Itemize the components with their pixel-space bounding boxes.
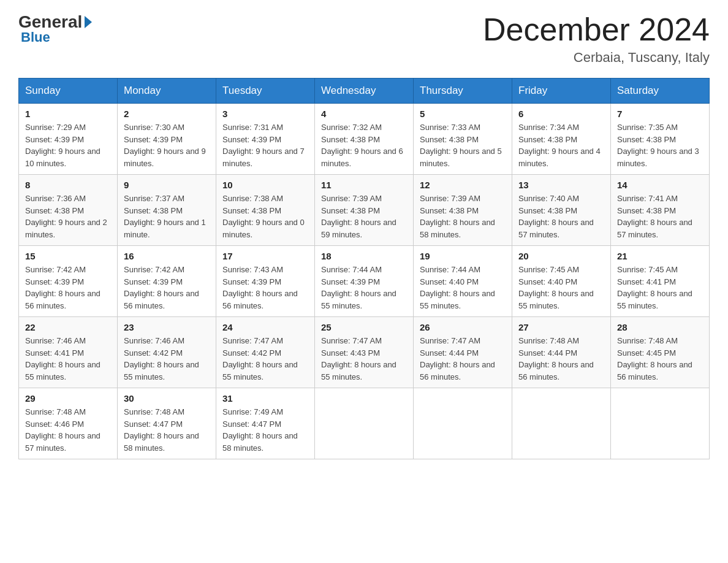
day-info: Sunrise: 7:42 AMSunset: 4:39 PMDaylight:… xyxy=(25,264,111,312)
calendar-cell: 7Sunrise: 7:35 AMSunset: 4:38 PMDaylight… xyxy=(611,104,710,175)
day-info: Sunrise: 7:36 AMSunset: 4:38 PMDaylight:… xyxy=(25,193,111,240)
day-info: Sunrise: 7:32 AMSunset: 4:38 PMDaylight:… xyxy=(321,121,407,169)
calendar-cell: 18Sunrise: 7:44 AMSunset: 4:39 PMDayligh… xyxy=(315,246,414,317)
title-section: December 2024 Cerbaia, Tuscany, Italy xyxy=(483,12,710,66)
column-header-tuesday: Tuesday xyxy=(216,79,315,104)
calendar-cell: 15Sunrise: 7:42 AMSunset: 4:39 PMDayligh… xyxy=(19,246,118,317)
calendar-cell xyxy=(315,388,414,459)
day-info: Sunrise: 7:48 AMSunset: 4:47 PMDaylight:… xyxy=(124,406,210,454)
calendar-cell: 20Sunrise: 7:45 AMSunset: 4:40 PMDayligh… xyxy=(512,246,611,317)
day-number: 28 xyxy=(617,322,703,332)
day-number: 7 xyxy=(617,109,703,119)
day-number: 23 xyxy=(124,322,210,332)
day-info: Sunrise: 7:39 AMSunset: 4:38 PMDaylight:… xyxy=(420,193,506,240)
day-info: Sunrise: 7:48 AMSunset: 4:44 PMDaylight:… xyxy=(518,335,604,383)
day-info: Sunrise: 7:44 AMSunset: 4:39 PMDaylight:… xyxy=(321,264,407,312)
calendar-cell: 19Sunrise: 7:44 AMSunset: 4:40 PMDayligh… xyxy=(414,246,512,317)
day-number: 3 xyxy=(222,109,308,119)
calendar-body: 1Sunrise: 7:29 AMSunset: 4:39 PMDaylight… xyxy=(19,104,710,459)
calendar-cell: 12Sunrise: 7:39 AMSunset: 4:38 PMDayligh… xyxy=(414,175,512,246)
calendar-cell: 5Sunrise: 7:33 AMSunset: 4:38 PMDaylight… xyxy=(414,104,512,175)
logo: General Blue xyxy=(18,12,92,45)
day-info: Sunrise: 7:45 AMSunset: 4:40 PMDaylight:… xyxy=(518,264,604,312)
day-number: 17 xyxy=(222,251,308,261)
calendar-cell: 30Sunrise: 7:48 AMSunset: 4:47 PMDayligh… xyxy=(118,388,216,459)
day-number: 5 xyxy=(420,109,506,119)
calendar-cell: 25Sunrise: 7:47 AMSunset: 4:43 PMDayligh… xyxy=(315,317,414,388)
week-row-2: 8Sunrise: 7:36 AMSunset: 4:38 PMDaylight… xyxy=(19,175,710,246)
location-subtitle: Cerbaia, Tuscany, Italy xyxy=(483,50,710,66)
day-info: Sunrise: 7:46 AMSunset: 4:41 PMDaylight:… xyxy=(25,335,111,383)
day-info: Sunrise: 7:30 AMSunset: 4:39 PMDaylight:… xyxy=(124,121,210,169)
day-info: Sunrise: 7:47 AMSunset: 4:43 PMDaylight:… xyxy=(321,335,407,383)
day-info: Sunrise: 7:37 AMSunset: 4:38 PMDaylight:… xyxy=(124,193,210,240)
day-number: 9 xyxy=(124,180,210,190)
column-header-monday: Monday xyxy=(118,79,216,104)
calendar-cell: 1Sunrise: 7:29 AMSunset: 4:39 PMDaylight… xyxy=(19,104,118,175)
day-number: 2 xyxy=(124,109,210,119)
calendar-cell xyxy=(414,388,512,459)
day-info: Sunrise: 7:44 AMSunset: 4:40 PMDaylight:… xyxy=(420,264,506,312)
day-number: 10 xyxy=(222,180,308,190)
day-number: 26 xyxy=(420,322,506,332)
calendar-cell: 11Sunrise: 7:39 AMSunset: 4:38 PMDayligh… xyxy=(315,175,414,246)
header-row: SundayMondayTuesdayWednesdayThursdayFrid… xyxy=(19,79,710,104)
day-number: 15 xyxy=(25,251,111,261)
day-info: Sunrise: 7:38 AMSunset: 4:38 PMDaylight:… xyxy=(222,193,308,240)
calendar-table: SundayMondayTuesdayWednesdayThursdayFrid… xyxy=(18,78,710,459)
logo-arrow-icon xyxy=(85,16,92,28)
day-number: 22 xyxy=(25,322,111,332)
day-info: Sunrise: 7:49 AMSunset: 4:47 PMDaylight:… xyxy=(222,406,308,454)
day-number: 20 xyxy=(518,251,604,261)
day-info: Sunrise: 7:41 AMSunset: 4:38 PMDaylight:… xyxy=(617,193,703,240)
column-header-wednesday: Wednesday xyxy=(315,79,414,104)
logo-text-blue: Blue xyxy=(21,29,50,45)
day-number: 29 xyxy=(25,393,111,404)
day-info: Sunrise: 7:40 AMSunset: 4:38 PMDaylight:… xyxy=(518,193,604,240)
day-number: 24 xyxy=(222,322,308,332)
day-info: Sunrise: 7:34 AMSunset: 4:38 PMDaylight:… xyxy=(518,121,604,169)
calendar-cell: 9Sunrise: 7:37 AMSunset: 4:38 PMDaylight… xyxy=(118,175,216,246)
calendar-cell: 31Sunrise: 7:49 AMSunset: 4:47 PMDayligh… xyxy=(216,388,315,459)
calendar-cell: 16Sunrise: 7:42 AMSunset: 4:39 PMDayligh… xyxy=(118,246,216,317)
calendar-cell: 8Sunrise: 7:36 AMSunset: 4:38 PMDaylight… xyxy=(19,175,118,246)
calendar-cell: 28Sunrise: 7:48 AMSunset: 4:45 PMDayligh… xyxy=(611,317,710,388)
week-row-5: 29Sunrise: 7:48 AMSunset: 4:46 PMDayligh… xyxy=(19,388,710,459)
day-number: 1 xyxy=(25,109,111,119)
day-number: 27 xyxy=(518,322,604,332)
day-number: 6 xyxy=(518,109,604,119)
day-number: 16 xyxy=(124,251,210,261)
day-number: 13 xyxy=(518,180,604,190)
day-info: Sunrise: 7:35 AMSunset: 4:38 PMDaylight:… xyxy=(617,121,703,169)
day-number: 25 xyxy=(321,322,407,332)
calendar-cell: 2Sunrise: 7:30 AMSunset: 4:39 PMDaylight… xyxy=(118,104,216,175)
calendar-cell: 26Sunrise: 7:47 AMSunset: 4:44 PMDayligh… xyxy=(414,317,512,388)
day-info: Sunrise: 7:47 AMSunset: 4:44 PMDaylight:… xyxy=(420,335,506,383)
calendar-cell: 23Sunrise: 7:46 AMSunset: 4:42 PMDayligh… xyxy=(118,317,216,388)
day-info: Sunrise: 7:43 AMSunset: 4:39 PMDaylight:… xyxy=(222,264,308,312)
day-number: 11 xyxy=(321,180,407,190)
calendar-cell: 14Sunrise: 7:41 AMSunset: 4:38 PMDayligh… xyxy=(611,175,710,246)
day-info: Sunrise: 7:46 AMSunset: 4:42 PMDaylight:… xyxy=(124,335,210,383)
day-info: Sunrise: 7:29 AMSunset: 4:39 PMDaylight:… xyxy=(25,121,111,169)
day-number: 19 xyxy=(420,251,506,261)
calendar-cell: 13Sunrise: 7:40 AMSunset: 4:38 PMDayligh… xyxy=(512,175,611,246)
day-info: Sunrise: 7:47 AMSunset: 4:42 PMDaylight:… xyxy=(222,335,308,383)
column-header-sunday: Sunday xyxy=(19,79,118,104)
day-number: 12 xyxy=(420,180,506,190)
calendar-cell: 6Sunrise: 7:34 AMSunset: 4:38 PMDaylight… xyxy=(512,104,611,175)
week-row-3: 15Sunrise: 7:42 AMSunset: 4:39 PMDayligh… xyxy=(19,246,710,317)
week-row-1: 1Sunrise: 7:29 AMSunset: 4:39 PMDaylight… xyxy=(19,104,710,175)
day-number: 14 xyxy=(617,180,703,190)
column-header-saturday: Saturday xyxy=(611,79,710,104)
day-info: Sunrise: 7:48 AMSunset: 4:45 PMDaylight:… xyxy=(617,335,703,383)
day-number: 8 xyxy=(25,180,111,190)
day-info: Sunrise: 7:39 AMSunset: 4:38 PMDaylight:… xyxy=(321,193,407,240)
week-row-4: 22Sunrise: 7:46 AMSunset: 4:41 PMDayligh… xyxy=(19,317,710,388)
calendar-cell: 27Sunrise: 7:48 AMSunset: 4:44 PMDayligh… xyxy=(512,317,611,388)
day-info: Sunrise: 7:45 AMSunset: 4:41 PMDaylight:… xyxy=(617,264,703,312)
column-header-thursday: Thursday xyxy=(414,79,512,104)
calendar-cell: 10Sunrise: 7:38 AMSunset: 4:38 PMDayligh… xyxy=(216,175,315,246)
day-number: 4 xyxy=(321,109,407,119)
calendar-cell: 17Sunrise: 7:43 AMSunset: 4:39 PMDayligh… xyxy=(216,246,315,317)
